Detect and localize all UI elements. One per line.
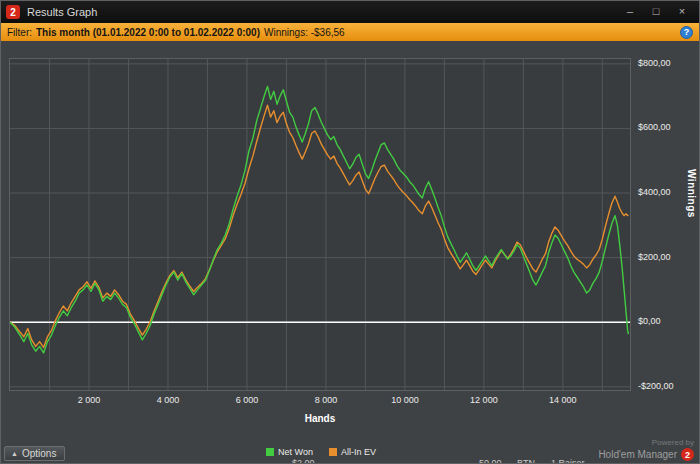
filter-label: Filter: (7, 27, 32, 38)
powered-by-label: Powered by (598, 438, 694, 447)
status-fragment: 50,00 (479, 458, 502, 464)
y-tick-label: $400,00 (638, 187, 671, 197)
y-axis-ticks: $800,00$600,00$400,00$200,00$0,00-$200,0… (634, 58, 692, 391)
legend-item: Net Won (266, 447, 313, 457)
status-fragment: -$2,00 (289, 458, 315, 464)
legend-label: All-In EV (341, 447, 376, 457)
x-tick-label: 6 000 (222, 395, 272, 405)
footer-branding: Powered by Hold'em Manager 2 (598, 438, 694, 461)
x-tick-label: 14 000 (538, 395, 588, 405)
y-tick-label: -$200,00 (638, 381, 674, 391)
legend-item: All-In EV (329, 447, 376, 457)
filter-bar: Filter: This month (01.01.2022 0:00 to 0… (1, 23, 699, 41)
y-tick-label: $200,00 (638, 252, 671, 262)
status-fragment: 1 Raiser (551, 458, 585, 464)
legend-label: Net Won (278, 447, 313, 457)
x-tick-label: 12 000 (459, 395, 509, 405)
status-fragment: BTN (517, 458, 535, 464)
y-tick-label: $800,00 (638, 58, 671, 68)
window-title: Results Graph (27, 6, 97, 18)
options-button[interactable]: ▲ Options (4, 446, 65, 461)
options-button-label: Options (22, 448, 56, 459)
chart-plot-area (9, 58, 631, 391)
minimize-button[interactable]: – (618, 4, 642, 20)
x-axis-ticks: 2 0004 0006 0008 00010 00012 00014 000 (10, 395, 630, 407)
chart-legend: Net WonAll-In EV (1, 447, 641, 457)
y-axis-title: Winnings (686, 169, 697, 218)
x-tick-label: 4 000 (143, 395, 193, 405)
brand-label: Hold'em Manager (598, 449, 677, 460)
x-tick-label: 8 000 (301, 395, 351, 405)
legend-swatch-icon (329, 448, 337, 456)
x-axis-title: Hands (10, 413, 630, 424)
results-graph-window: 2 Results Graph – □ × Filter: This month… (0, 0, 700, 464)
series-line-net-won (10, 86, 628, 353)
clipped-status-text: -$2,0050,00BTN1 Raiser (1, 458, 699, 464)
x-tick-label: 2 000 (64, 395, 114, 405)
x-tick-label: 10 000 (380, 395, 430, 405)
legend-swatch-icon (266, 448, 274, 456)
help-button[interactable]: ? (680, 26, 693, 39)
title-bar: 2 Results Graph – □ × (1, 1, 699, 23)
series-line-all-in-ev (10, 105, 628, 347)
y-tick-label: $600,00 (638, 122, 671, 132)
hm2-footer-logo-icon: 2 (681, 448, 694, 461)
close-button[interactable]: × (670, 4, 694, 20)
maximize-button[interactable]: □ (644, 4, 668, 20)
chevron-up-icon: ▲ (11, 450, 18, 457)
y-tick-label: $0,00 (638, 316, 661, 326)
results-chart (10, 59, 630, 390)
hm2-logo-icon: 2 (6, 5, 20, 19)
filter-value: This month (01.01.2022 0:00 to 01.02.202… (36, 27, 260, 38)
window-controls: – □ × (618, 4, 694, 20)
winnings-value: Winnings: -$36,56 (264, 27, 345, 38)
